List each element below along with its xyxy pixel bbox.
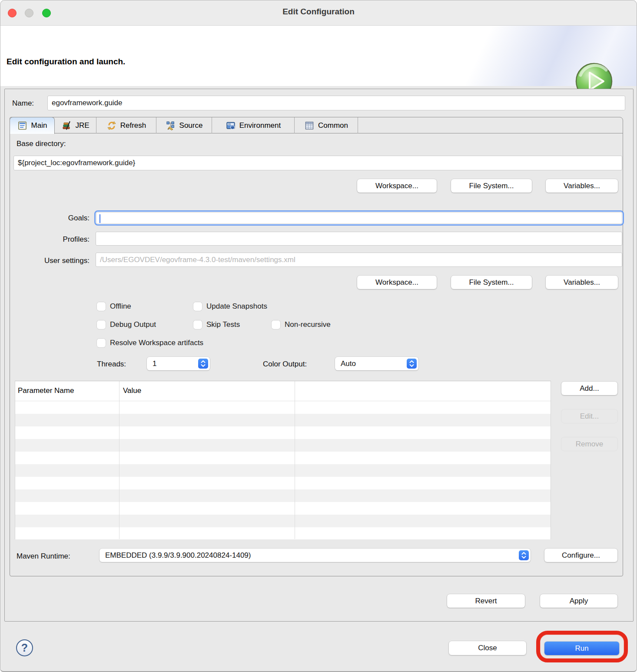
document-icon	[17, 120, 28, 131]
checkbox-label: Debug Output	[110, 320, 156, 329]
maven-runtime-label: Maven Runtime:	[17, 552, 70, 561]
checkbox-label: Offline	[110, 302, 131, 311]
text-caret	[100, 214, 100, 223]
tab-bar: Main JRE Refresh	[10, 117, 623, 133]
checkbox-non-recursive[interactable]: Non-recursive	[272, 320, 331, 329]
header-banner: Edit configuration and launch.	[0, 26, 637, 86]
window-title: Edit Configuration	[0, 7, 637, 17]
column-header-parameter-name[interactable]: Parameter Name	[18, 386, 74, 395]
profiles-input[interactable]	[96, 232, 622, 246]
workspace-button-1[interactable]: Workspace...	[357, 179, 437, 193]
checkbox-box[interactable]	[97, 302, 106, 311]
tab-common[interactable]: Common	[295, 117, 358, 133]
checkbox-skip-tests[interactable]: Skip Tests	[193, 320, 240, 329]
edit-configuration-dialog: Edit Configuration Edit configuration an…	[0, 0, 637, 672]
goals-label: Goals:	[0, 214, 90, 223]
workspace-button-2[interactable]: Workspace...	[357, 276, 437, 289]
color-output-select[interactable]: Auto	[335, 357, 418, 370]
environment-icon	[226, 120, 236, 131]
apply-button[interactable]: Apply	[540, 594, 617, 608]
tab-source[interactable]: Source	[156, 117, 212, 133]
threads-value: 1	[153, 359, 156, 368]
column-divider[interactable]	[119, 381, 119, 539]
tab-environment[interactable]: Environment	[212, 117, 295, 133]
configure-button[interactable]: Configure...	[544, 549, 617, 562]
refresh-arrows-icon	[106, 120, 117, 131]
checkbox-debug-output[interactable]: Debug Output	[97, 320, 156, 329]
checkbox-label: Resolve Workspace artifacts	[110, 339, 203, 347]
file-system-button-2[interactable]: File System...	[451, 276, 532, 289]
run-button[interactable]: Run	[544, 642, 619, 655]
parameters-table[interactable]: Parameter Name Value	[15, 381, 551, 539]
color-output-label: Color Output:	[263, 360, 307, 369]
checkbox-update-snapshots[interactable]: Update Snapshots	[193, 302, 267, 311]
name-input[interactable]	[47, 96, 625, 110]
color-output-value: Auto	[341, 359, 356, 368]
tab-label: Source	[179, 121, 203, 130]
checkbox-box[interactable]	[193, 302, 202, 311]
checkbox-label: Skip Tests	[206, 320, 240, 329]
tab-main[interactable]: Main	[10, 117, 55, 134]
remove-button: Remove	[561, 437, 617, 451]
checkbox-label: Update Snapshots	[206, 302, 267, 311]
help-button[interactable]: ?	[16, 639, 33, 656]
file-system-button-1[interactable]: File System...	[451, 179, 532, 193]
base-directory-input[interactable]	[13, 156, 622, 170]
goals-field-focus-ring	[94, 210, 624, 226]
checkbox-box[interactable]	[97, 320, 106, 329]
tab-jre[interactable]: JRE	[55, 117, 96, 133]
name-label: Name:	[12, 99, 34, 108]
user-settings-input[interactable]	[96, 253, 622, 267]
checkbox-resolve-workspace-artifacts[interactable]: Resolve Workspace artifacts	[97, 339, 203, 347]
source-tree-icon	[166, 120, 176, 131]
checkbox-box[interactable]	[272, 320, 280, 329]
checkbox-box[interactable]	[97, 339, 106, 347]
stepper-icon	[198, 359, 208, 369]
checkbox-box[interactable]	[193, 320, 202, 329]
question-mark-icon: ?	[21, 642, 28, 654]
library-books-icon	[61, 120, 72, 131]
parameters-table-header: Parameter Name Value	[15, 381, 551, 401]
edit-button: Edit...	[561, 409, 617, 423]
close-button[interactable]: Close	[449, 641, 526, 655]
checkbox-offline[interactable]: Offline	[97, 302, 131, 311]
tab-label: Refresh	[120, 121, 146, 130]
tab-label: Common	[318, 121, 348, 130]
maven-runtime-value: EMBEDDED (3.9.9/3.9.900.20240824-1409)	[105, 551, 251, 560]
column-header-value[interactable]: Value	[123, 386, 141, 395]
header-message: Edit configuration and launch.	[7, 57, 125, 67]
profiles-label: Profiles:	[0, 235, 90, 244]
threads-label: Threads:	[97, 360, 126, 369]
variables-button-2[interactable]: Variables...	[546, 276, 618, 289]
threads-select[interactable]: 1	[147, 357, 210, 370]
table-grid-icon	[304, 120, 315, 131]
add-button[interactable]: Add...	[561, 382, 617, 395]
base-directory-label: Base directory:	[17, 140, 66, 148]
revert-button[interactable]: Revert	[447, 594, 525, 608]
variables-button-1[interactable]: Variables...	[546, 179, 618, 193]
checkbox-label: Non-recursive	[285, 320, 331, 329]
tab-label: Environment	[239, 121, 281, 130]
user-settings-label: User settings:	[0, 256, 90, 265]
goals-input[interactable]	[96, 212, 622, 224]
stepper-icon	[519, 550, 529, 560]
tab-label: JRE	[75, 121, 89, 130]
tab-label: Main	[31, 121, 47, 130]
column-divider[interactable]	[295, 381, 295, 539]
parameters-table-body[interactable]	[15, 401, 551, 539]
titlebar: Edit Configuration	[0, 0, 637, 26]
maven-runtime-select[interactable]: EMBEDDED (3.9.9/3.9.900.20240824-1409)	[100, 549, 531, 562]
tab-refresh[interactable]: Refresh	[96, 117, 156, 133]
stepper-icon	[407, 359, 417, 369]
